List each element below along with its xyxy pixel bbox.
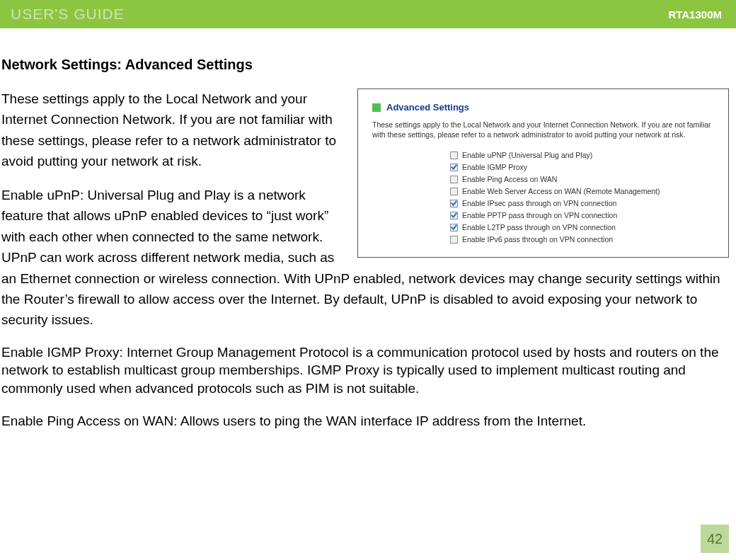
option-row: Enable Web Server Access on WAN (Remote …: [450, 187, 721, 195]
checkbox-icon[interactable]: [450, 176, 458, 183]
section-title: Network Settings: Advanced Settings: [1, 57, 729, 73]
option-row: Enable IPsec pass through on VPN connect…: [450, 199, 721, 207]
checkbox-icon[interactable]: [450, 188, 458, 195]
option-label: Enable IPv6 pass through on VPN connecti…: [462, 235, 613, 244]
option-label: Enable IGMP Proxy: [462, 163, 527, 171]
option-row: Enable L2TP pass through on VPN connecti…: [450, 223, 721, 232]
checkbox-icon[interactable]: [450, 236, 458, 244]
page-content: Network Settings: Advanced Settings Adva…: [0, 28, 736, 451]
checkbox-icon[interactable]: [450, 224, 458, 232]
paragraph-igmp: Enable IGMP Proxy: Internet Group Manage…: [1, 343, 729, 398]
option-row: Enable IPv6 pass through on VPN connecti…: [450, 235, 721, 244]
option-label: Enable uPNP (Universal Plug and Play): [462, 151, 592, 159]
page-number: 42: [701, 525, 729, 553]
option-label: Enable L2TP pass through on VPN connecti…: [462, 223, 616, 232]
screenshot-title-row: Advanced Settings: [372, 102, 721, 113]
option-row: Enable PPTP pass through on VPN connecti…: [450, 211, 721, 219]
checkbox-icon[interactable]: [450, 164, 458, 171]
screenshot-description: These settings apply to the Local Networ…: [372, 120, 721, 139]
settings-screenshot: Advanced Settings These settings apply t…: [357, 88, 729, 258]
checkbox-icon[interactable]: [450, 200, 458, 207]
checkbox-icon[interactable]: [450, 152, 458, 159]
screenshot-title: Advanced Settings: [386, 102, 469, 113]
option-label: Enable Web Server Access on WAN (Remote …: [462, 187, 660, 195]
option-row: Enable Ping Access on WAN: [450, 175, 721, 183]
option-label: Enable IPsec pass through on VPN connect…: [462, 199, 616, 207]
option-row: Enable uPNP (Universal Plug and Play): [450, 151, 721, 159]
header-model: RTA1300M: [668, 8, 722, 21]
bullet-square-icon: [372, 103, 381, 112]
checkbox-icon[interactable]: [450, 212, 458, 219]
header-title: USER'S GUIDE: [11, 6, 125, 23]
option-label: Enable PPTP pass through on VPN connecti…: [462, 211, 617, 219]
screenshot-options: Enable uPNP (Universal Plug and Play)Ena…: [372, 151, 721, 244]
option-label: Enable Ping Access on WAN: [462, 175, 557, 183]
option-row: Enable IGMP Proxy: [450, 163, 721, 171]
header-bar: USER'S GUIDE RTA1300M: [0, 0, 736, 28]
paragraph-ping: Enable Ping Access on WAN: Allows users …: [1, 411, 729, 431]
